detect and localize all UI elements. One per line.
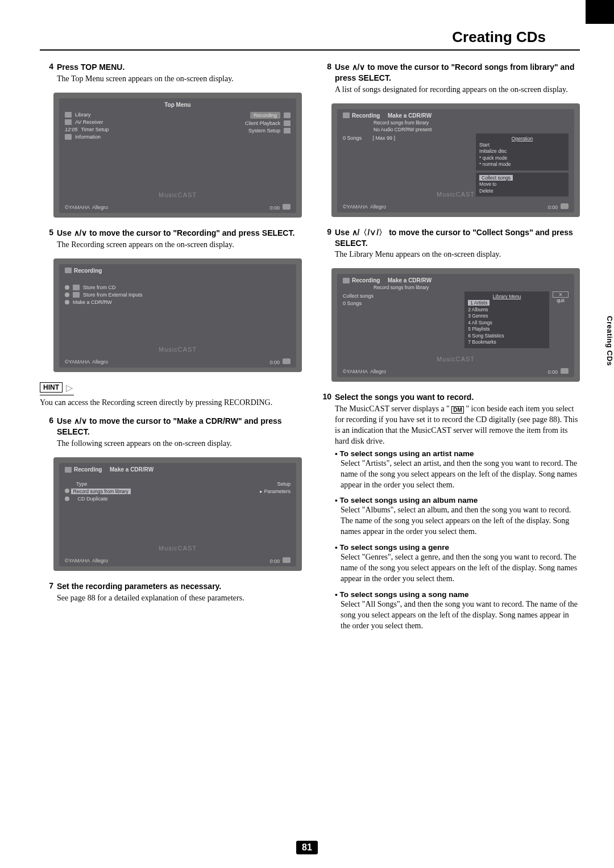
recording-icon [284, 112, 291, 118]
step-number: 4 [40, 62, 57, 85]
quit-label: quit [553, 298, 569, 303]
lib-item: 7 Bookmarks [468, 339, 546, 345]
speaker-icon [283, 358, 291, 364]
updown-icon: ∧/∨ [74, 416, 88, 425]
songs-count: 0 Songs [343, 135, 362, 141]
op-item: * normal mode [479, 161, 565, 168]
step-text: The following screen appears on the on-s… [57, 439, 302, 449]
rec-icon [343, 112, 350, 118]
ss-time: 0:00 [269, 360, 280, 365]
ss-item: AV Receiver [75, 119, 103, 125]
lib-item: 2 Albums [468, 307, 546, 313]
ss-crumb: Record songs from library [374, 285, 569, 290]
step-head-tail: to move the cursor to "Recording" and pr… [87, 228, 294, 237]
step-text-a: The MusicCAST server displays a " [335, 404, 451, 413]
bullet-body: Select "Albums", select an album, and th… [341, 505, 580, 537]
step-number: 7 [40, 581, 57, 604]
step-number: 9 [318, 227, 335, 261]
ss-item: Make a CDR/RW [73, 299, 112, 305]
max-label: [ Max 99 ] [373, 135, 396, 141]
updown-icon: ∧/∨ [352, 62, 366, 72]
bullet-body: Select "Artists", select an artist, and … [341, 458, 580, 491]
step-9: 9 Use ∧/〈/∨/〉 to move the cursor to "Col… [318, 227, 580, 261]
lib-item: 5 Playlists [468, 326, 546, 332]
ss-item: Timer Setup [81, 127, 109, 132]
step-number: 6 [40, 416, 57, 449]
list-item: To select songs using an artist name Sel… [335, 449, 580, 491]
screenshot-make-cdrrw: Recording Make a CDR/RW Type Setup Recor… [53, 457, 302, 571]
op-item: Delete [479, 188, 565, 194]
speaker-icon [283, 204, 291, 210]
dm-icon: DM [451, 406, 464, 414]
ss-track: Allegro [92, 558, 108, 564]
op-item: Initialize disc [479, 148, 565, 155]
corner-tab [586, 0, 614, 24]
ss-track: Allegro [370, 204, 386, 210]
bullet-heading: To select songs using an album name [335, 496, 478, 504]
hint-label: HINT [40, 382, 63, 393]
collect-label: Collect songs [343, 293, 374, 299]
step-heading: Use ∧/〈/∨/〉 to move the cursor to "Colle… [335, 227, 580, 249]
list-item: To select songs using an album name Sele… [335, 496, 580, 537]
step-head-prefix: Use [57, 416, 74, 425]
setup-label: Setup [277, 481, 291, 487]
ss-brand: ©YAMAHA [65, 205, 89, 210]
operation-box: Operation Start Initialize disc * quick … [476, 133, 569, 170]
songs-count: 0 Songs [343, 301, 362, 306]
step-number: 8 [318, 62, 335, 95]
lib-item: 1 Artists [468, 300, 489, 306]
ss-brand: ©YAMAHA [65, 558, 89, 564]
op-item: Collect songs [479, 175, 513, 181]
hint-arrow-icon: ▷ [66, 382, 73, 393]
step-head-tail: to move the cursor to "Record songs from… [335, 62, 574, 82]
step-head-tail: to move the cursor to "Make a CDR/RW" an… [57, 416, 282, 436]
ext-icon [73, 292, 80, 298]
left-column: 4 Press TOP MENU. The Top Menu screen ap… [40, 62, 302, 640]
libmenu-title: Library Menu [468, 294, 546, 300]
watermark: MusicCAST [437, 191, 475, 198]
step-head-prefix: Use [57, 228, 74, 237]
ss-crumb: Recording [74, 466, 102, 473]
op-item: Start [479, 142, 565, 148]
type-label: Type [76, 481, 88, 487]
rec-icon [343, 278, 350, 283]
param-label: Parameters [264, 489, 291, 494]
op-title: Operation [479, 136, 565, 142]
ss-time: 0:00 [547, 369, 558, 375]
step-6: 6 Use ∧/∨ to move the cursor to "Make a … [40, 416, 302, 449]
list-item: To select songs using a genre Select "Ge… [335, 543, 580, 585]
speaker-icon [283, 557, 291, 563]
speaker-icon [561, 368, 569, 374]
bullet-body: Select "Genres", select a genre, and the… [341, 552, 580, 585]
cd-icon [73, 285, 80, 290]
op-item: Move to [479, 181, 565, 187]
ss-brand: ©YAMAHA [65, 359, 89, 365]
ss-time: 0:00 [269, 558, 280, 564]
ss-crumb: Make a CDR/RW [388, 112, 432, 119]
rec-icon [65, 467, 72, 473]
watermark: MusicCAST [159, 191, 197, 198]
ss-item: CD Duplicate [78, 496, 108, 502]
updown-icon: ∧/∨ [74, 228, 88, 237]
page-number: 81 [0, 841, 614, 854]
side-section-tab: Creating CDs [600, 307, 614, 375]
op-item: * quick mode [479, 155, 565, 161]
ss-track: Allegro [92, 359, 108, 365]
step-text: The Recording screen appears on the on-s… [57, 240, 302, 251]
list-item: To select songs using a song name Select… [335, 590, 580, 632]
ss-crumb: Recording [352, 277, 380, 283]
ss-item: Client Playback [245, 120, 280, 126]
watermark: MusicCAST [437, 356, 475, 362]
step-head-prefix: Use [335, 62, 352, 72]
ss-track: Allegro [92, 205, 108, 210]
screenshot-recording: Recording Store from CD Store from Exter… [53, 258, 302, 372]
ss-time: 0:00 [547, 205, 558, 210]
bullet-body: Select "All Songs", and then the song yo… [341, 599, 580, 632]
ss-brand: ©YAMAHA [343, 204, 367, 210]
lib-item: 4 All Songs [468, 320, 546, 326]
ss-crumb: Make a CDR/RW [110, 466, 154, 473]
screenshot-library-menu: Recording Make a CDR/RW Record songs fro… [331, 268, 580, 382]
close-x-icon: X [553, 291, 569, 298]
info-icon [65, 134, 72, 140]
step-4: 4 Press TOP MENU. The Top Menu screen ap… [40, 62, 302, 85]
